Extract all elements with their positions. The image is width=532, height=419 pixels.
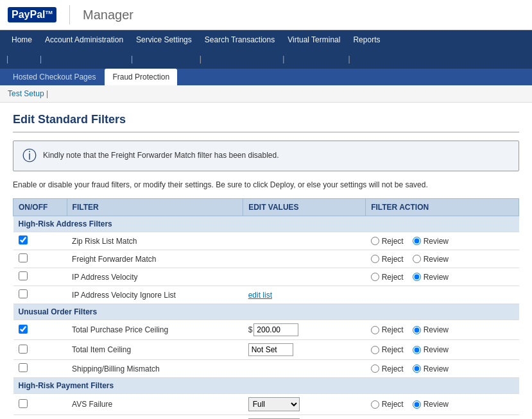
nav-item-account-admin[interactable]: Account Administration| [39,30,130,69]
reject-radio-avs[interactable] [371,400,379,409]
avs-select[interactable]: Full Partial [248,397,300,411]
info-message: Kindly note that the Freight Forwarder M… [43,149,279,160]
cell-action-avs: Reject Review [366,394,519,415]
checkbox-price-ceiling[interactable] [19,325,28,334]
reject-label[interactable]: Reject [371,325,404,334]
section-title-unusual-order: Unusual Order Filters [13,304,519,320]
checkbox-shipping[interactable] [19,363,28,372]
review-label[interactable]: Review [413,325,449,334]
review-label[interactable]: Review [413,273,449,282]
breadcrumb-test-setup[interactable]: Test Setup [8,89,44,98]
checkbox-avs[interactable] [19,399,28,408]
info-box: ⓘ Kindly note that the Freight Forwarder… [13,141,519,171]
radio-group: Reject Review [371,237,514,246]
reject-radio-zip[interactable] [371,237,379,245]
review-label[interactable]: Review [413,364,449,373]
table-row: IP Address Velocity Ignore List edit lis… [13,286,519,304]
cell-checkbox [13,320,67,340]
review-radio-freight[interactable] [413,255,421,263]
header-on-off: ON/OFF [13,199,67,216]
nav-link-search-transactions[interactable]: Search Transactions [198,30,281,49]
cell-edit-shipping [243,360,366,378]
cell-edit-price: $ [243,320,366,340]
review-radio-avs[interactable] [413,400,421,409]
header-edit-values: EDIT VALUES [243,199,366,216]
radio-group: Reject Review [371,345,514,354]
cell-checkbox [13,286,67,304]
cell-filter-name: IP Address Velocity [67,268,243,286]
reject-label[interactable]: Reject [371,237,404,246]
cell-edit-ip [243,268,366,286]
dollar-input-group: $ [248,323,361,336]
cell-edit-avs: Full Partial [243,394,366,415]
cell-action-csc: Reject Review [366,415,519,420]
reject-radio-shipping[interactable] [371,364,379,373]
table-row: Shipping/Billing Mismatch Reject Review [13,360,519,378]
radio-group: Reject Review [371,273,514,282]
filter-table: ON/OFF FILTER EDIT VALUES FILTER ACTION … [13,198,519,419]
header-filter-action: FILTER ACTION [366,199,519,216]
cell-checkbox [13,268,67,286]
nav-item-virtual-terminal[interactable]: Virtual Terminal| [281,30,347,69]
nav-link-service-settings[interactable]: Service Settings [130,30,198,49]
checkbox-freight[interactable] [19,253,28,262]
manager-title: Manager [83,8,133,22]
cell-filter-name: Total Purchase Price Ceiling [67,320,243,340]
nav-link-reports[interactable]: Reports [347,30,386,49]
cell-filter-name: Shipping/Billing Mismatch [67,360,243,378]
section-unusual-order: Unusual Order Filters [13,304,519,320]
review-label[interactable]: Review [413,255,449,264]
cell-action-shipping: Reject Review [366,360,519,378]
nav-link-virtual-terminal[interactable]: Virtual Terminal [281,30,347,49]
section-title-high-risk-address: High-Risk Address Filters [13,216,519,232]
reject-radio-freight[interactable] [371,255,379,263]
secondary-nav: Hosted Checkout Pages Fraud Protection [0,69,532,85]
item-ceiling-input[interactable] [248,343,293,356]
nav-item-home[interactable]: Home| [5,30,39,69]
cell-action-price: Reject Review [366,320,519,340]
table-row: Freight Forwarder Match Reject Review [13,250,519,268]
nav-hosted-checkout[interactable]: Hosted Checkout Pages [5,69,103,85]
page-title: Edit Standard Filters [13,113,519,133]
reject-label[interactable]: Reject [371,345,404,354]
review-radio-ip[interactable] [413,273,421,281]
nav-item-reports[interactable]: Reports| [347,30,386,69]
radio-group: Reject Review [371,255,514,264]
radio-group: Reject Review [371,400,514,409]
cell-filter-name: Zip Risk List Match [67,232,243,250]
review-label[interactable]: Review [413,400,449,409]
checkbox-ip-velocity[interactable] [19,271,28,280]
checkbox-ip-ignore[interactable] [19,289,28,298]
reject-radio-ip[interactable] [371,273,379,281]
checkbox-item-ceiling[interactable] [19,345,28,354]
nav-link-home[interactable]: Home [5,30,39,49]
reject-label[interactable]: Reject [371,364,404,373]
review-radio-shipping[interactable] [413,364,421,373]
review-radio-zip[interactable] [413,237,421,245]
edit-list-link[interactable]: edit list [248,291,272,300]
nav-item-search-transactions[interactable]: Search Transactions| [198,30,281,69]
table-row: Total Item Ceiling Reject Review [13,340,519,360]
reject-radio-price[interactable] [371,326,379,334]
radio-group: Reject Review [371,325,514,334]
nav-link-account-admin[interactable]: Account Administration [39,30,130,49]
reject-label[interactable]: Reject [371,400,404,409]
review-radio-price[interactable] [413,326,421,334]
nav-item-service-settings[interactable]: Service Settings| [130,30,198,69]
price-ceiling-input[interactable] [253,323,298,336]
reject-label[interactable]: Reject [371,255,404,264]
review-radio-item[interactable] [413,346,421,354]
cell-edit-csc: Full Partial [243,415,366,420]
cell-action-ip-ignore [366,286,519,304]
cell-checkbox [13,340,67,360]
reject-radio-item[interactable] [371,346,379,354]
checkbox-zip-risk[interactable] [19,235,28,244]
table-row: CSC Failure Full Partial Reject Review [13,415,519,420]
review-label[interactable]: Review [413,237,449,246]
paypal-logo: PayPalTM [8,7,56,22]
cell-action-item: Reject Review [366,340,519,360]
nav-fraud-protection[interactable]: Fraud Protection [105,69,177,85]
review-label[interactable]: Review [413,345,449,354]
cell-checkbox [13,250,67,268]
reject-label[interactable]: Reject [371,273,404,282]
